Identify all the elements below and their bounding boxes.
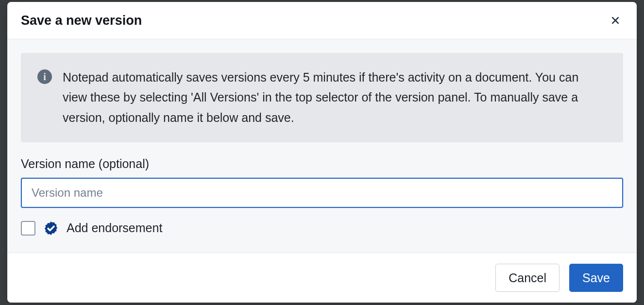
save-version-dialog: Save a new version i Notepad automatical… [7,2,637,303]
dialog-body: i Notepad automatically saves versions e… [7,39,637,253]
endorsement-badge-icon [43,220,59,236]
add-endorsement-checkbox[interactable] [21,221,35,236]
close-button[interactable] [608,13,623,28]
version-name-label: Version name (optional) [21,157,623,171]
info-icon: i [37,69,52,84]
close-icon [610,16,620,25]
add-endorsement-label: Add endorsement [67,221,162,235]
save-button[interactable]: Save [569,264,623,292]
add-endorsement-row: Add endorsement [21,220,623,236]
dialog-title: Save a new version [21,13,142,28]
dialog-header: Save a new version [7,2,637,39]
dialog-footer: Cancel Save [7,253,637,303]
info-callout: i Notepad automatically saves versions e… [21,53,623,142]
info-text: Notepad automatically saves versions eve… [63,68,606,128]
version-name-input[interactable] [21,178,623,208]
cancel-button[interactable]: Cancel [495,264,559,292]
